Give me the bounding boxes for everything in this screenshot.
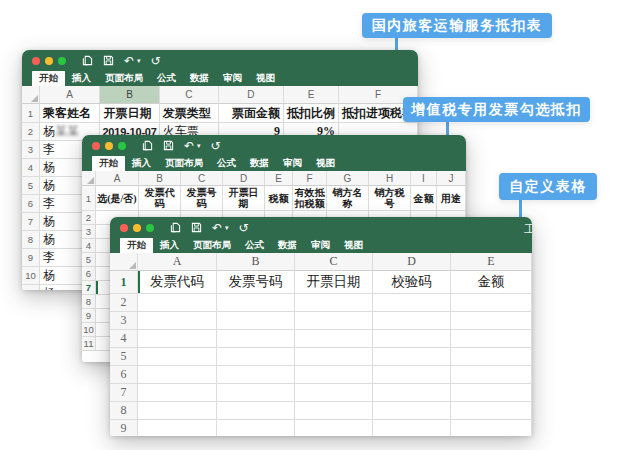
ribbon-tab-数据[interactable]: 数据 <box>183 70 216 86</box>
cell-C7[interactable] <box>295 384 373 402</box>
ribbon-tab-插入[interactable]: 插入 <box>65 70 98 86</box>
cell-A1[interactable]: 选(是/否) <box>96 186 139 211</box>
ribbon-tab-审阅[interactable]: 审阅 <box>276 155 309 171</box>
row-header-1[interactable]: 1 <box>110 271 138 294</box>
row-header-3[interactable]: 3 <box>22 141 40 159</box>
cell-E9[interactable] <box>451 420 532 436</box>
column-header-H[interactable]: H <box>369 171 411 186</box>
row-header-5[interactable]: 5 <box>82 253 96 267</box>
cell-B1[interactable]: 发票代码 <box>139 186 181 211</box>
column-header-F[interactable]: F <box>293 171 327 186</box>
ribbon-tab-页面布局[interactable]: 页面布局 <box>186 237 238 253</box>
cell-B6[interactable] <box>217 366 295 384</box>
cell-B3[interactable] <box>217 312 295 330</box>
minimize-button[interactable] <box>105 142 113 150</box>
undo-icon[interactable]: ↶ <box>124 55 134 67</box>
undo-icon[interactable]: ↶ <box>212 222 222 234</box>
column-header-I[interactable]: I <box>411 171 437 186</box>
ribbon-tab-数据[interactable]: 数据 <box>243 155 276 171</box>
cell-I1[interactable]: 金额 <box>411 186 437 211</box>
ribbon-tab-公式[interactable]: 公式 <box>238 237 271 253</box>
column-header-J[interactable]: J <box>437 171 466 186</box>
ribbon-tab-公式[interactable]: 公式 <box>210 155 243 171</box>
column-header-C[interactable]: C <box>160 86 219 104</box>
column-header-A[interactable]: A <box>40 86 100 104</box>
cell-D1[interactable]: 开票日期 <box>223 186 265 211</box>
cell-D2[interactable] <box>373 294 451 312</box>
cell-C1[interactable]: 发票号码 <box>181 186 223 211</box>
cell-C4[interactable] <box>295 330 373 348</box>
cell-E3[interactable] <box>451 312 532 330</box>
save-icon[interactable] <box>163 140 174 151</box>
row-header-1[interactable]: 1 <box>82 186 96 211</box>
column-header-C[interactable]: C <box>295 253 373 271</box>
select-all-corner[interactable] <box>110 253 138 271</box>
cell-E2[interactable] <box>451 294 532 312</box>
row-header-5[interactable]: 5 <box>22 177 40 195</box>
cell-A8[interactable] <box>138 402 217 420</box>
minimize-button[interactable] <box>133 224 141 232</box>
cell-A5[interactable] <box>138 348 217 366</box>
row-header-7[interactable]: 7 <box>22 213 40 231</box>
column-header-G[interactable]: G <box>327 171 369 186</box>
cell-B2[interactable] <box>217 294 295 312</box>
row-header-2[interactable]: 2 <box>110 294 138 312</box>
row-header-1[interactable]: 1 <box>22 104 40 123</box>
cell-A2[interactable] <box>138 294 217 312</box>
ribbon-tab-审阅[interactable]: 审阅 <box>304 237 337 253</box>
cell-B1[interactable]: 发票号码 <box>217 271 295 294</box>
cell-E1[interactable]: 金额 <box>451 271 532 294</box>
column-header-B[interactable]: B <box>100 86 159 104</box>
column-header-A[interactable]: A <box>96 171 139 186</box>
cell-E6[interactable] <box>451 366 532 384</box>
column-header-E[interactable]: E <box>284 86 339 104</box>
row-header-2[interactable]: 2 <box>82 211 96 225</box>
zoom-button[interactable] <box>118 142 126 150</box>
cell-A1[interactable]: 乘客姓名 <box>40 104 100 123</box>
undo-dropdown-icon[interactable]: ▾ <box>225 225 229 232</box>
zoom-button[interactable] <box>58 57 66 65</box>
save-icon[interactable] <box>103 55 114 66</box>
cell-C5[interactable] <box>295 348 373 366</box>
column-header-B[interactable]: B <box>217 253 295 271</box>
ribbon-tab-审阅[interactable]: 审阅 <box>216 70 249 86</box>
column-header-D[interactable]: D <box>219 86 284 104</box>
close-button[interactable] <box>32 57 40 65</box>
cell-D1[interactable]: 票面金额 <box>219 104 284 123</box>
row-header-7[interactable]: 7 <box>110 384 138 402</box>
row-header-11[interactable]: 11 <box>22 285 40 290</box>
cell-D5[interactable] <box>373 348 451 366</box>
row-header-8[interactable]: 8 <box>110 402 138 420</box>
select-all-corner[interactable] <box>22 86 40 104</box>
ribbon-tab-开始[interactable]: 开始 <box>32 70 65 86</box>
close-button[interactable] <box>92 142 100 150</box>
cell-D3[interactable] <box>373 312 451 330</box>
cell-D7[interactable] <box>373 384 451 402</box>
cell-A6[interactable] <box>138 366 217 384</box>
cell-B8[interactable] <box>217 402 295 420</box>
minimize-button[interactable] <box>45 57 53 65</box>
row-header-9[interactable]: 9 <box>22 249 40 267</box>
row-header-4[interactable]: 4 <box>110 330 138 348</box>
column-header-B[interactable]: B <box>139 171 181 186</box>
cell-E7[interactable] <box>451 384 532 402</box>
cell-A3[interactable] <box>138 312 217 330</box>
titlebar[interactable]: ↶ ▾ ↺ <box>82 135 466 156</box>
cell-B5[interactable] <box>217 348 295 366</box>
row-header-4[interactable]: 4 <box>22 159 40 177</box>
row-header-3[interactable]: 3 <box>110 312 138 330</box>
redo-icon[interactable]: ↺ <box>239 222 249 234</box>
row-header-9[interactable]: 9 <box>110 420 138 436</box>
cell-D4[interactable] <box>373 330 451 348</box>
cell-B4[interactable] <box>217 330 295 348</box>
cell-E5[interactable] <box>451 348 532 366</box>
save-icon[interactable] <box>191 222 202 233</box>
new-document-icon[interactable] <box>142 140 153 151</box>
cell-G1[interactable]: 销方名称 <box>327 186 369 211</box>
ribbon-tab-视图[interactable]: 视图 <box>249 70 282 86</box>
cell-F1[interactable]: 有效抵扣税额 <box>293 186 327 211</box>
cell-A7[interactable] <box>138 384 217 402</box>
column-header-E[interactable]: E <box>265 171 293 186</box>
row-header-7[interactable]: 7 <box>82 281 96 295</box>
ribbon-tab-视图[interactable]: 视图 <box>337 237 370 253</box>
